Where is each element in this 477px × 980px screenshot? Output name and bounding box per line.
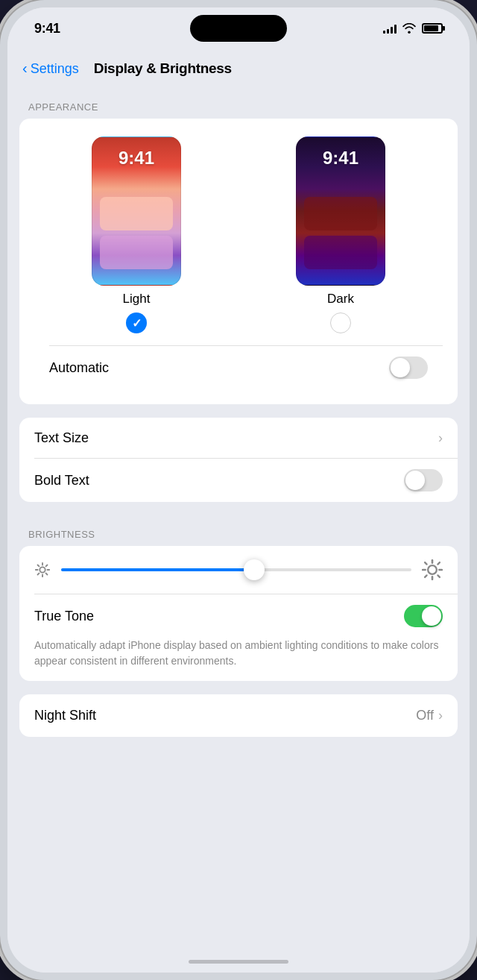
true-tone-description: Automatically adapt iPhone display based… [19, 638, 458, 681]
back-label[interactable]: Settings [31, 61, 79, 77]
svg-line-7 [38, 574, 40, 575]
battery-fill [424, 25, 438, 31]
dark-theme-option[interactable]: 9:41 Dark [296, 136, 385, 333]
brightness-card: True Tone Automatically adapt iPhone dis… [19, 546, 458, 681]
brightness-slider-fill [61, 568, 254, 571]
svg-line-16 [425, 575, 426, 577]
status-bar: 9:41 [7, 7, 470, 49]
svg-point-0 [40, 567, 45, 572]
light-theme-radio[interactable]: ✓ [126, 312, 147, 333]
light-theme-option[interactable]: 9:41 Light ✓ [92, 136, 181, 333]
appearance-card: 9:41 Light ✓ [19, 119, 458, 404]
automatic-label: Automatic [49, 360, 109, 376]
light-bar-2 [100, 236, 173, 269]
svg-line-8 [46, 565, 48, 567]
svg-line-5 [38, 565, 40, 567]
automatic-toggle[interactable] [389, 356, 428, 379]
night-shift-right: Off › [416, 708, 443, 723]
svg-line-17 [437, 562, 439, 564]
text-size-row[interactable]: Text Size › [19, 418, 458, 458]
nav-bar: ‹ Settings Display & Brightness [7, 49, 470, 88]
wifi-icon [402, 23, 416, 34]
light-bar-1 [100, 197, 173, 230]
signal-bar-2 [387, 29, 389, 34]
night-shift-chevron-icon: › [438, 708, 443, 723]
sun-large-icon [422, 559, 443, 580]
light-theme-time: 9:41 [92, 148, 180, 169]
appearance-section-header: APPEARANCE [7, 88, 470, 119]
text-size-label: Text Size [34, 430, 89, 446]
true-tone-toggle-thumb [422, 606, 441, 626]
gap-2 [7, 502, 470, 515]
phone-screen: 9:41 ‹ [7, 7, 470, 973]
text-settings-card: Text Size › Bold Text [19, 418, 458, 502]
signal-bars-icon [383, 23, 397, 34]
home-indicator [189, 960, 288, 964]
gap-4 [7, 737, 470, 750]
night-shift-row[interactable]: Night Shift Off › [19, 694, 458, 737]
svg-point-9 [428, 565, 437, 574]
bold-text-toggle-thumb [405, 471, 425, 490]
svg-line-15 [437, 575, 439, 577]
battery-icon [422, 23, 443, 34]
automatic-row: Automatic [34, 346, 443, 389]
light-theme-bars [92, 175, 180, 285]
signal-bar-1 [383, 31, 385, 34]
signal-bar-4 [394, 25, 397, 34]
brightness-slider-thumb[interactable] [244, 559, 265, 580]
light-theme-preview: 9:41 [92, 136, 181, 286]
gap-1 [7, 404, 470, 418]
dynamic-island [190, 15, 287, 42]
bold-text-label: Bold Text [34, 473, 89, 489]
content-scroll[interactable]: APPEARANCE 9:41 Light [7, 88, 470, 973]
text-size-chevron-icon: › [438, 430, 443, 446]
true-tone-row: True Tone [19, 594, 458, 638]
bold-text-row: Bold Text [19, 459, 458, 502]
signal-bar-3 [391, 27, 393, 34]
dark-theme-preview: 9:41 [296, 136, 385, 286]
status-time: 9:41 [34, 21, 60, 37]
true-tone-toggle[interactable] [404, 605, 443, 627]
night-shift-card: Night Shift Off › [19, 694, 458, 737]
light-theme-check-icon: ✓ [132, 316, 142, 330]
night-shift-value: Off [416, 708, 434, 723]
true-tone-label: True Tone [34, 609, 94, 624]
dark-bar-1 [304, 197, 377, 230]
dark-bar-2 [304, 236, 377, 269]
svg-line-6 [46, 574, 48, 575]
brightness-slider-track[interactable] [61, 568, 411, 571]
dark-theme-label: Dark [327, 292, 354, 307]
back-button[interactable]: ‹ Settings [22, 60, 79, 77]
page-title: Display & Brightness [94, 60, 232, 77]
phone-shell: 9:41 ‹ [0, 0, 477, 980]
brightness-section-header: BRIGHTNESS [7, 515, 470, 546]
bold-text-toggle[interactable] [404, 469, 443, 491]
night-shift-label: Night Shift [34, 708, 96, 723]
svg-line-14 [425, 562, 426, 564]
sun-small-icon [34, 562, 51, 578]
status-icons [383, 23, 443, 34]
gap-3 [7, 681, 470, 694]
dark-theme-bars [297, 175, 385, 285]
dark-theme-time: 9:41 [297, 148, 385, 169]
automatic-toggle-thumb [391, 358, 410, 377]
themes-row: 9:41 Light ✓ [34, 136, 443, 333]
back-chevron-icon: ‹ [22, 60, 28, 77]
brightness-slider-row [19, 546, 458, 594]
light-theme-label: Light [123, 292, 151, 307]
dark-theme-radio[interactable] [330, 312, 351, 333]
